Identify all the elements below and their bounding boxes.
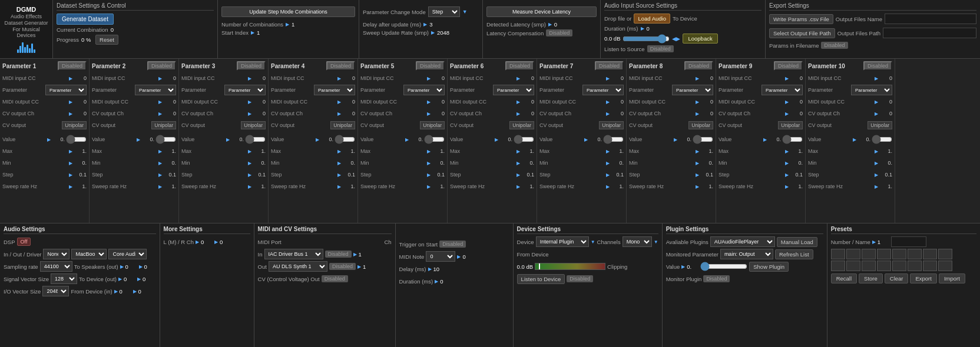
- trigger-delay-label: Delay (ms): [399, 266, 426, 272]
- midi-out-select[interactable]: AU DLS Synth 1: [269, 261, 327, 272]
- preset-cell-13[interactable]: [892, 261, 906, 271]
- param-dropdown-3[interactable]: Parameter: [224, 85, 266, 95]
- device-select[interactable]: MacBook...: [71, 249, 107, 259]
- value-slider-7[interactable]: [603, 136, 624, 142]
- audio-settings-title: Audio Settings: [4, 226, 156, 234]
- monitored-select[interactable]: main: Output: [720, 249, 773, 259]
- preset-cell-2[interactable]: [846, 249, 860, 259]
- preset-cell-4[interactable]: [877, 249, 891, 259]
- preset-cell-12[interactable]: [877, 261, 891, 271]
- param-status-7[interactable]: Disabled: [595, 61, 624, 71]
- param-mode-select[interactable]: Step Sweep: [428, 6, 460, 17]
- device-label: Device: [517, 239, 534, 245]
- value-slider-1[interactable]: [66, 136, 87, 142]
- param-status-2[interactable]: Disabled: [147, 61, 176, 71]
- param-dropdown-1[interactable]: Parameter: [45, 85, 87, 95]
- export-panel: Export Settings Write Params .csv File O…: [766, 0, 980, 58]
- dsp-toggle[interactable]: Off: [17, 238, 31, 246]
- value-slider-8[interactable]: [693, 136, 713, 142]
- core-audio-select[interactable]: Core Audio: [108, 249, 147, 259]
- param-title-10: Parameter 10: [808, 63, 845, 69]
- preset-cell-3[interactable]: [862, 249, 876, 259]
- preset-cell-9[interactable]: [831, 261, 845, 271]
- cv-output-btn-9[interactable]: Unipolar: [778, 121, 803, 129]
- value-slider-4[interactable]: [335, 136, 355, 142]
- driver-select[interactable]: None: [43, 249, 69, 259]
- value-slider-2[interactable]: [155, 136, 176, 142]
- param-status-10[interactable]: Disabled: [863, 61, 892, 71]
- preset-cell-11[interactable]: [862, 261, 876, 271]
- cv-output-btn-8[interactable]: Unipolar: [688, 121, 713, 129]
- param-dropdown-7[interactable]: Parameter: [582, 85, 624, 95]
- param-status-1[interactable]: Disabled: [58, 61, 87, 71]
- param-status-3[interactable]: Disabled: [237, 61, 266, 71]
- output-path-input[interactable]: [883, 28, 976, 38]
- param-status-8[interactable]: Disabled: [684, 61, 713, 71]
- preset-cell-10[interactable]: [846, 261, 860, 271]
- update-step-btn[interactable]: Update Step Mode Combinations: [221, 6, 355, 17]
- cv-output-btn-7[interactable]: Unipolar: [599, 121, 624, 129]
- write-params-btn[interactable]: Write Params .csv File: [769, 14, 833, 24]
- param-dropdown-8[interactable]: Parameter: [672, 85, 713, 95]
- preset-cell-14[interactable]: [908, 261, 922, 271]
- plugins-select[interactable]: AUAudioFilePlayer: [710, 236, 775, 247]
- cv-output-btn-3[interactable]: Unipolar: [241, 121, 266, 129]
- param-dropdown-9[interactable]: Parameter: [762, 85, 803, 95]
- cv-output-btn-6[interactable]: Unipolar: [509, 121, 534, 129]
- param-dropdown-4[interactable]: Parameter: [314, 85, 355, 95]
- generate-dataset-btn[interactable]: Generate Dataset: [57, 14, 114, 25]
- refresh-list-btn[interactable]: Refresh List: [775, 249, 813, 259]
- preset-cell-5[interactable]: [892, 249, 906, 259]
- measure-latency-btn[interactable]: Measure Device Latency: [486, 6, 597, 17]
- clear-presets-btn[interactable]: Clear: [885, 273, 909, 283]
- value-slider-9[interactable]: [782, 136, 803, 142]
- cv-output-btn-10[interactable]: Unipolar: [868, 121, 892, 129]
- signal-vector-select[interactable]: 128: [51, 273, 77, 284]
- preset-cell-8[interactable]: [938, 249, 952, 259]
- value-slider-3[interactable]: [245, 136, 266, 142]
- store-btn[interactable]: Store: [859, 273, 883, 283]
- audio-level-slider[interactable]: [623, 35, 670, 42]
- param-status-5[interactable]: Disabled: [416, 61, 445, 71]
- show-plugin-btn[interactable]: Show Plugin: [749, 262, 789, 272]
- value-slider-10[interactable]: [872, 136, 892, 142]
- plugin-value-slider[interactable]: [700, 263, 747, 270]
- cv-output-btn-1[interactable]: Unipolar: [62, 121, 87, 129]
- reset-btn[interactable]: Reset: [95, 35, 118, 45]
- loopback-btn[interactable]: Loopback: [683, 34, 717, 44]
- preset-cell-15[interactable]: [923, 261, 937, 271]
- device-type-select[interactable]: Internal Plugin: [536, 236, 589, 247]
- midi-in-select[interactable]: IAC Driver Bus 1: [264, 249, 323, 259]
- export-presets-btn[interactable]: Export: [910, 273, 936, 283]
- param-status-9[interactable]: Disabled: [774, 61, 803, 71]
- sampling-select[interactable]: 44100: [40, 261, 72, 272]
- preset-cell-16[interactable]: [938, 261, 952, 271]
- select-output-btn[interactable]: Select Output File Path: [769, 28, 835, 38]
- value-slider-5[interactable]: [424, 136, 445, 142]
- preset-cell-7[interactable]: [923, 249, 937, 259]
- import-presets-btn[interactable]: Import: [939, 273, 965, 283]
- listen-device-btn[interactable]: Listen to Device: [517, 274, 565, 284]
- param-status-4[interactable]: Disabled: [326, 61, 355, 71]
- channels-select[interactable]: Mono: [623, 236, 652, 247]
- output-name-input[interactable]: [885, 14, 976, 24]
- preset-cell-1[interactable]: [831, 249, 845, 259]
- to-device-v2: 0: [143, 276, 154, 282]
- load-audio-btn[interactable]: Load Audio: [634, 14, 670, 24]
- to-speakers-v1: 0: [125, 263, 137, 270]
- presets-name-input[interactable]: [891, 236, 926, 247]
- midi-note-select[interactable]: 0: [426, 251, 455, 262]
- param-dropdown-5[interactable]: Parameter: [403, 85, 445, 95]
- cv-output-btn-5[interactable]: Unipolar: [420, 121, 445, 129]
- cv-output-btn-4[interactable]: Unipolar: [330, 121, 355, 129]
- value-slider-6[interactable]: [514, 136, 534, 142]
- cv-output-btn-2[interactable]: Unipolar: [151, 121, 176, 129]
- io-vector-select[interactable]: 2048: [42, 286, 69, 296]
- param-dropdown-6[interactable]: Parameter: [493, 85, 534, 95]
- recall-btn[interactable]: Recall: [831, 273, 857, 283]
- preset-cell-6[interactable]: [908, 249, 922, 259]
- manual-load-btn[interactable]: Manual Load: [777, 237, 817, 247]
- param-dropdown-2[interactable]: Parameter: [135, 85, 176, 95]
- param-dropdown-10[interactable]: Parameter: [851, 85, 892, 95]
- param-status-6[interactable]: Disabled: [505, 61, 534, 71]
